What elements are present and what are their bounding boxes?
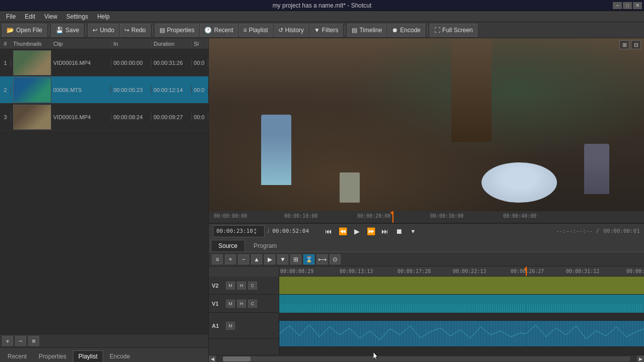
menu-file[interactable]: File <box>2 12 20 21</box>
menubar: File Edit View Settings Help <box>0 11 644 22</box>
track-a1[interactable] <box>279 321 644 347</box>
timeline-toolbar: ≡ + − ▲ ▶ ▼ ⊞ ⌛ ⟷ ⊙ <box>209 252 644 266</box>
scrubber-playhead[interactable] <box>392 211 393 223</box>
timeline-tracks[interactable]: 00:00:08:29 00:00:13:13 00:00:17:28 00:0… <box>279 266 644 355</box>
encode-button[interactable]: ⏺ Encode <box>387 24 425 37</box>
v2-composite-button[interactable]: C <box>248 282 257 290</box>
video-grid-icon[interactable]: ⊟ <box>631 40 641 49</box>
v2-mute-button[interactable]: M <box>226 282 235 290</box>
timeline-scroll-thumb[interactable] <box>223 356 251 361</box>
track-v1[interactable]: 00006.MTS <box>279 295 644 321</box>
timeline-add-track-button[interactable]: + <box>225 254 236 264</box>
window-controls[interactable]: – □ ✕ <box>613 2 642 9</box>
menu-edit[interactable]: Edit <box>21 12 39 21</box>
scroll-right-button[interactable]: ▶ <box>637 355 644 363</box>
timeline-move-down-button[interactable]: ▼ <box>277 254 288 264</box>
timeline-content: V2 M H C V1 M H C A1 M <box>209 266 644 355</box>
playlist-row[interactable]: 2 00006.MTS 00:00:05:23 00:00:12:14 00:0 <box>0 76 208 104</box>
playlist-row[interactable]: 1 VID00016.MP4 00:00:00:00 00:00:31:26 0… <box>0 49 208 76</box>
timeline-loop-button[interactable]: ⊙ <box>330 254 341 264</box>
timeline-snap-button[interactable]: ⌛ <box>303 254 314 264</box>
preview-tabs: Source Program <box>209 238 644 251</box>
skip-end-button[interactable]: ⏭ <box>379 226 390 237</box>
timeline-scrollbar: ◀ ▶ <box>209 355 644 362</box>
timeline-scroll-track[interactable] <box>223 356 630 361</box>
prev-frame-button[interactable]: ⏪ <box>337 226 348 237</box>
minimize-button[interactable]: – <box>613 2 622 9</box>
v2-clip-segment-2[interactable] <box>526 277 644 294</box>
v1-waveform-1 <box>279 304 526 313</box>
video-split-icon[interactable]: ⊞ <box>619 40 629 49</box>
time-spinner[interactable]: ▲ ▼ <box>254 227 261 236</box>
redo-button[interactable]: ↪ Redo <box>120 24 150 37</box>
save-button[interactable]: 💾 Save <box>51 24 84 37</box>
filters-button[interactable]: ▼ Filters <box>309 24 343 37</box>
video-preview[interactable]: ⊞ ⊟ <box>209 38 644 211</box>
playlist-row[interactable]: 3 VID00016.MP4 00:00:08:24 00:00:09:27 0… <box>0 104 208 131</box>
recent-button[interactable]: 🕐 Recent <box>200 24 237 37</box>
scrubber-ruler[interactable]: 00:00:00:00 00:00:10:00 00:00:20:00 00:0… <box>209 211 644 223</box>
menu-help[interactable]: Help <box>93 12 114 21</box>
tab-recent[interactable]: Recent <box>2 350 32 362</box>
playlist-button[interactable]: ≡ Playlist <box>239 24 273 37</box>
row-num: 3 <box>0 113 11 121</box>
timeline-scrub-button[interactable]: ⟷ <box>316 254 328 264</box>
a1-clip-1[interactable] <box>279 321 526 347</box>
stop-button[interactable]: ⏹ <box>393 226 405 237</box>
menu-settings[interactable]: Settings <box>62 12 92 21</box>
tab-source[interactable]: Source <box>211 240 245 251</box>
history-button[interactable]: ↺ History <box>274 24 308 37</box>
menu-view[interactable]: View <box>40 12 61 21</box>
next-frame-button[interactable]: ⏩ <box>365 226 376 237</box>
current-time-display[interactable]: 00:00:23:10 ▲ ▼ <box>213 225 265 237</box>
v1-clip-segment-2[interactable]: 00006.MTS <box>526 295 644 313</box>
scroll-left-button[interactable]: ◀ <box>209 355 216 363</box>
timeline-button[interactable]: ▤ Timeline <box>347 24 386 37</box>
fullscreen-button[interactable]: ⛶ Full Screen <box>430 24 477 37</box>
playlist-panel: # Thumbnails Clip In Duration Sl 1 VID00… <box>0 38 208 334</box>
scrubber-time-2: 00:00:20:00 <box>357 213 390 219</box>
thumbnail-image <box>13 105 51 130</box>
properties-button[interactable]: ▤ Properties <box>155 24 199 37</box>
v2-hide-button[interactable]: H <box>237 282 246 290</box>
title-text: my project has a name.mlt* - Shotcut <box>273 2 372 9</box>
record-button[interactable]: ▼ <box>408 226 419 237</box>
track-v2[interactable] <box>279 277 644 295</box>
v1-composite-button[interactable]: C <box>248 300 257 308</box>
open-file-button[interactable]: 📂 Open File <box>2 24 47 37</box>
playlist-remove-button[interactable]: − <box>15 336 26 346</box>
timeline-menu-button[interactable]: ≡ <box>212 254 223 264</box>
timeline-forward-button[interactable]: ▶ <box>264 254 275 264</box>
play-button[interactable]: ▶ <box>351 226 362 237</box>
ruler-time-6: 00:00:35:27 <box>626 268 644 274</box>
a1-mute-button[interactable]: M <box>226 322 235 330</box>
close-button[interactable]: ✕ <box>633 2 642 9</box>
row-thumbnail <box>11 49 51 76</box>
v1-mute-button[interactable]: M <box>226 300 235 308</box>
v2-clip-segment-1[interactable] <box>279 277 526 294</box>
timeline-remove-track-button[interactable]: − <box>238 254 249 264</box>
row-duration: 00:00:31:26 <box>151 59 192 67</box>
timeline-move-up-button[interactable]: ▲ <box>251 254 262 264</box>
maximize-button[interactable]: □ <box>623 2 632 9</box>
tab-properties[interactable]: Properties <box>33 350 72 362</box>
col-header-num: # <box>0 40 11 48</box>
v1-hide-button[interactable]: H <box>237 300 246 308</box>
tab-playlist[interactable]: Playlist <box>73 350 103 362</box>
thumb-visual <box>14 105 51 129</box>
right-panel: ⊞ ⊟ 00:00:00:00 00:00:10:00 00:00:20:00 … <box>209 38 644 362</box>
skip-start-button[interactable]: ⏮ <box>323 226 334 237</box>
timeline-grid-button[interactable]: ⊞ <box>290 254 301 264</box>
tab-program[interactable]: Program <box>246 240 284 251</box>
a1-clip-2[interactable] <box>526 321 644 347</box>
total-time-display: 00:00:52:04 <box>272 228 309 234</box>
v1-clip-segment-1[interactable] <box>279 295 526 313</box>
playlist-add-button[interactable]: + <box>2 336 13 346</box>
tab-encode[interactable]: Encode <box>104 350 136 362</box>
playlist-menu-button[interactable]: ≡ <box>28 336 39 346</box>
thumb-visual <box>14 78 51 102</box>
scrubber[interactable]: 00:00:00:00 00:00:10:00 00:00:20:00 00:0… <box>209 211 644 223</box>
audio-waveform-svg-2 <box>526 321 644 347</box>
video-area: ⊞ ⊟ 00:00:00:00 00:00:10:00 00:00:20:00 … <box>209 38 644 251</box>
undo-button[interactable]: ↩ Undo <box>88 24 119 37</box>
